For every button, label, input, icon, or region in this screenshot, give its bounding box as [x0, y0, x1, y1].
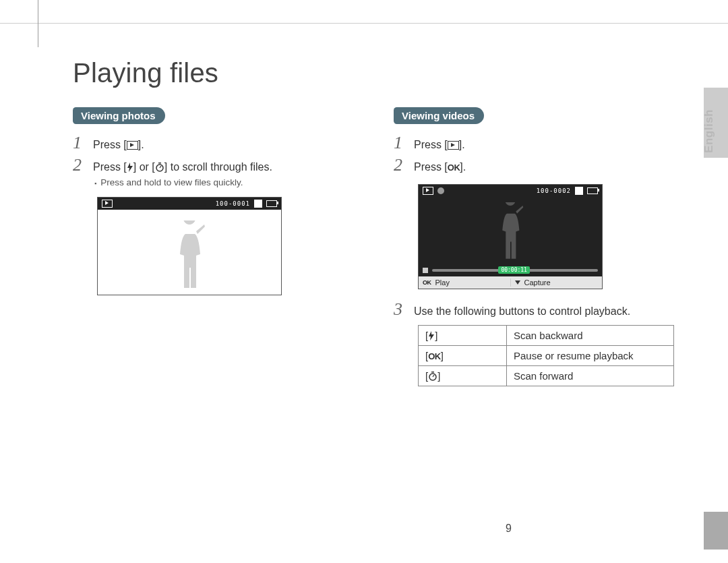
control-desc-cell: Pause or resume playback — [507, 345, 674, 365]
lcd-photo-body — [98, 210, 281, 295]
table-row: [] Scan backward — [419, 325, 674, 345]
text-fragment: ] to scroll through files. — [164, 161, 272, 173]
stop-icon — [423, 268, 428, 273]
subnote-text: Press and hold to view files quickly. — [100, 177, 243, 187]
lcd-bottom-play: OK Play — [419, 278, 511, 287]
lcd-progress-bar: 00:00:11 — [419, 264, 602, 276]
ok-button-glyph: OK — [448, 162, 460, 173]
svg-marker-4 — [429, 331, 434, 340]
step-number: 2 — [394, 156, 414, 175]
text-fragment: Press [ — [93, 139, 127, 150]
step-number: 2 — [73, 156, 93, 175]
step-number: 3 — [394, 300, 414, 320]
step-number: 1 — [73, 134, 93, 153]
child-silhouette-icon — [169, 220, 210, 295]
ok-button-glyph: OK — [423, 279, 431, 286]
file-counter: 100-0002 — [537, 187, 571, 194]
page-top-rule — [0, 23, 728, 24]
memory-card-icon — [575, 187, 583, 195]
lcd-bottom-capture: Capture — [511, 278, 603, 287]
step-text: Use the following buttons to control pla… — [414, 304, 630, 319]
svg-marker-0 — [127, 162, 133, 172]
flash-icon — [127, 162, 133, 172]
lcd-capture-label: Capture — [524, 278, 551, 287]
svg-rect-3 — [158, 162, 161, 164]
lcd-video-preview: 100-0002 00:00:11 OK — [418, 184, 603, 289]
text-fragment: ]. — [459, 139, 465, 150]
control-key-cell: [OK] — [419, 345, 507, 365]
control-key-cell: [] — [419, 365, 507, 386]
page-title: Playing files — [73, 58, 684, 88]
playback-icon — [127, 141, 138, 150]
playback-icon — [423, 187, 433, 195]
playback-icon — [448, 141, 459, 150]
column-viewing-photos: Viewing photos 1 Press []. 2 Press [] or… — [73, 107, 363, 386]
page-left-rule — [38, 0, 38, 47]
timer-icon — [155, 161, 164, 171]
svg-rect-7 — [431, 372, 434, 373]
table-row: [] Scan forward — [419, 365, 674, 386]
playback-icon — [102, 200, 113, 208]
lcd-photo-preview: 100-0001 — [97, 197, 282, 295]
lcd-top-bar: 100-0002 — [419, 185, 602, 197]
lcd-top-bar: 100-0001 — [98, 198, 281, 210]
progress-track: 00:00:11 — [432, 269, 598, 272]
text-fragment: ]. — [460, 161, 466, 173]
lcd-video-body — [419, 197, 602, 264]
control-desc-cell: Scan backward — [507, 325, 674, 345]
text-fragment: ] or [ — [133, 161, 155, 173]
video-step-2: 2 Press [OK]. — [394, 156, 684, 175]
page-number: 9 — [506, 523, 512, 535]
video-step-1: 1 Press []. — [394, 134, 684, 153]
flash-icon — [428, 331, 435, 340]
lcd-bottom-bar: OK Play Capture — [419, 276, 602, 289]
text-fragment: ]. — [138, 139, 144, 150]
text-fragment: Press [ — [93, 161, 127, 173]
child-silhouette-icon — [493, 202, 528, 264]
down-arrow-icon — [515, 280, 520, 285]
text-fragment: Press [ — [414, 139, 448, 150]
control-desc-cell: Scan forward — [507, 365, 674, 386]
language-label: English — [702, 109, 716, 153]
ok-button-glyph: OK — [428, 351, 441, 361]
photo-step-2-subnote: Press and hold to view files quickly. — [94, 177, 363, 187]
battery-icon — [266, 200, 277, 207]
progress-timestamp: 00:00:11 — [498, 266, 530, 274]
svg-line-6 — [433, 375, 434, 377]
table-row: [OK] Pause or resume playback — [419, 345, 674, 365]
bottom-side-tab — [704, 512, 728, 550]
text-fragment: Press [ — [414, 161, 448, 173]
step-number: 1 — [394, 134, 414, 153]
svg-line-2 — [160, 166, 161, 168]
file-counter: 100-0001 — [216, 200, 250, 207]
photo-step-1: 1 Press []. — [73, 134, 363, 153]
lcd-play-label: Play — [435, 278, 450, 287]
column-viewing-videos: Viewing videos 1 Press []. 2 Press [OK]. — [394, 107, 684, 386]
photo-step-2: 2 Press [] or [] to scroll through files… — [73, 156, 363, 175]
heading-viewing-videos: Viewing videos — [394, 107, 484, 124]
video-step-3: 3 Use the following buttons to control p… — [394, 300, 684, 320]
heading-viewing-photos: Viewing photos — [73, 107, 165, 124]
memory-card-icon — [254, 200, 262, 208]
mode-icon — [437, 187, 444, 194]
battery-icon — [587, 187, 598, 194]
timer-icon — [428, 372, 437, 381]
control-key-cell: [] — [419, 325, 507, 345]
playback-controls-table: [] Scan backward [OK] Pause or resume pl… — [418, 325, 674, 386]
